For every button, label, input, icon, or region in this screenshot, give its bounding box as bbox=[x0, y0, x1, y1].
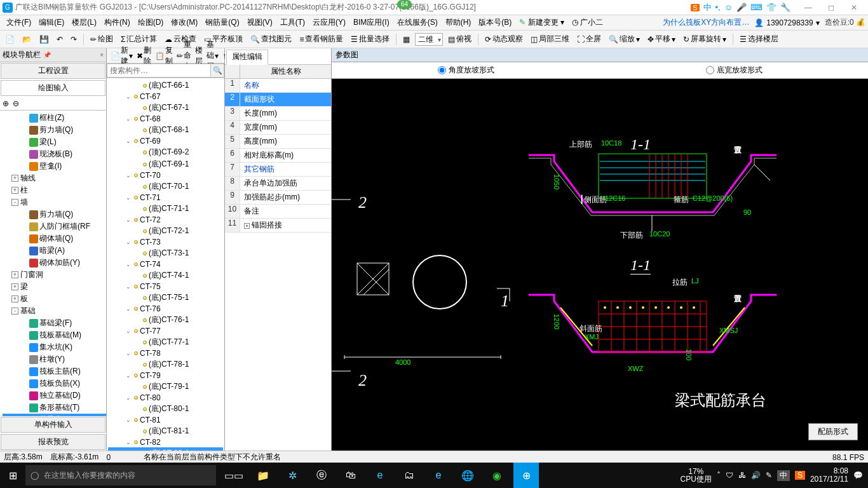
nav-node[interactable]: 筏板主筋(R) bbox=[3, 365, 106, 377]
tray-net-icon[interactable]: 🖧 bbox=[738, 471, 746, 480]
nav-node[interactable]: 独立基础(D) bbox=[3, 390, 106, 402]
menu-10[interactable]: BIM应用(I) bbox=[349, 17, 393, 28]
comp-node[interactable]: ⌄CT-71 bbox=[108, 193, 223, 203]
rebar-form-button[interactable]: 配筋形式 bbox=[808, 423, 858, 440]
comp-node[interactable]: (底)CT-72-1 bbox=[108, 225, 223, 237]
menu-6[interactable]: 钢筋量(Q) bbox=[201, 17, 243, 28]
comp-node[interactable]: ⌄CT-80 bbox=[108, 393, 223, 403]
nav-node[interactable]: 人防门框墙(RF bbox=[3, 220, 106, 233]
comp-node[interactable]: (底)CT-70-1 bbox=[108, 180, 223, 193]
search-button[interactable]: 🔍 bbox=[210, 64, 224, 78]
menu-11[interactable]: 在线服务(S) bbox=[393, 17, 442, 28]
local-3d-button[interactable]: ◫局部三维 bbox=[528, 34, 572, 44]
comp-node[interactable]: ⌄CT-78 bbox=[108, 348, 223, 358]
prop-row[interactable]: 1名称 bbox=[225, 79, 331, 93]
cpu-meter[interactable]: 17%CPU使用 bbox=[681, 468, 712, 483]
nav-node[interactable]: +柱 bbox=[3, 184, 106, 196]
new-change-button[interactable]: ✎ 新建变更 ▾ bbox=[515, 17, 568, 28]
menu-8[interactable]: 工具(T) bbox=[276, 17, 309, 28]
minimize-button[interactable]: — bbox=[797, 1, 820, 14]
comp-node[interactable]: ⌄CT-77 bbox=[108, 326, 223, 336]
dynamic-view-button[interactable]: ⟳动态观察 bbox=[482, 34, 526, 44]
nav-node[interactable]: -墙 bbox=[3, 196, 106, 208]
prop-row[interactable]: 10备注 bbox=[225, 205, 331, 219]
prop-row[interactable]: 9加强筋起步(mm) bbox=[225, 191, 331, 205]
cube-icon[interactable]: ▦ bbox=[400, 35, 412, 44]
property-tab[interactable]: 属性编辑 bbox=[226, 50, 268, 65]
comp-node[interactable]: (底)CT-75-1 bbox=[108, 292, 223, 304]
menu-5[interactable]: 修改(M) bbox=[167, 17, 201, 28]
menu-12[interactable]: 帮助(H) bbox=[442, 17, 475, 28]
bird-view-button[interactable]: ▤俯视 bbox=[445, 34, 474, 44]
tray-shield-icon[interactable]: 🛡 bbox=[726, 471, 733, 480]
comp-node[interactable]: (底)CT-67-1 bbox=[108, 102, 223, 114]
select-floor-button[interactable]: ☰选择楼层 bbox=[737, 34, 781, 44]
user-phone[interactable]: 👤13907298339 ▾ bbox=[754, 18, 819, 27]
comp-node[interactable]: (底)CT-77-1 bbox=[108, 336, 223, 348]
nav-node[interactable]: 筏板基础(M) bbox=[3, 329, 106, 341]
prop-row[interactable]: 6相对底标高(m) bbox=[225, 149, 331, 163]
comp-node[interactable]: ⌄CT-67 bbox=[108, 92, 223, 102]
ie-icon[interactable]: e bbox=[426, 463, 451, 488]
edge-icon[interactable]: ⓔ bbox=[309, 463, 334, 488]
comp-node[interactable]: ⌄CT-76 bbox=[108, 304, 223, 314]
screen-rotate-button[interactable]: ↻屏幕旋转 ▾ bbox=[681, 34, 729, 44]
prop-row[interactable]: 11+锚固搭接 bbox=[225, 219, 331, 233]
tray-pen-icon[interactable]: ✎ bbox=[766, 471, 772, 480]
store-icon[interactable]: 🛍 bbox=[338, 463, 363, 488]
nav-node[interactable]: -基础 bbox=[3, 305, 106, 317]
comp-node[interactable]: ⌄CT-81 bbox=[108, 415, 223, 425]
edge2-icon[interactable]: e bbox=[367, 463, 393, 488]
nav-node[interactable]: +板 bbox=[3, 293, 106, 305]
comp-node[interactable]: ⌄CT-73 bbox=[108, 237, 223, 247]
pin-icon[interactable]: 📌 bbox=[43, 51, 51, 58]
ime-keyboard-icon[interactable]: ⌨ bbox=[750, 3, 763, 12]
comp-node[interactable]: (底)CT-68-1 bbox=[108, 124, 223, 136]
app1-icon[interactable]: ✲ bbox=[280, 463, 305, 488]
menu-2[interactable]: 楼层(L) bbox=[68, 17, 100, 28]
nav-node[interactable]: 剪力墙(Q) bbox=[3, 124, 106, 136]
nav-node[interactable]: 柱墩(Y) bbox=[3, 353, 106, 365]
menu-3[interactable]: 构件(N) bbox=[100, 17, 134, 28]
tray-sogou-icon[interactable]: S bbox=[795, 471, 805, 480]
comp-node[interactable]: ⌄CT-69 bbox=[108, 136, 223, 146]
nav-node[interactable]: +梁 bbox=[3, 281, 106, 293]
menu-4[interactable]: 绘图(D) bbox=[134, 17, 168, 28]
undo-icon[interactable]: ↶ bbox=[54, 35, 65, 44]
nav-node[interactable]: 框柱(Z) bbox=[3, 112, 106, 124]
tray-up-icon[interactable]: ˄ bbox=[717, 471, 721, 480]
tab-single-component[interactable]: 单构件输入 bbox=[1, 417, 105, 433]
why-link[interactable]: 为什么筏板XY方向布置… bbox=[663, 17, 749, 28]
360-icon[interactable]: ◉ bbox=[484, 463, 510, 488]
prop-row[interactable]: 5高度(mm) bbox=[225, 135, 331, 149]
task-view-icon[interactable]: ▭▭ bbox=[221, 463, 247, 488]
comp-node[interactable]: ⌄CT-68 bbox=[108, 114, 223, 124]
nav-node[interactable]: +轴线 bbox=[3, 172, 106, 184]
maximize-button[interactable]: ◻ bbox=[820, 1, 843, 14]
save-icon[interactable]: 💾 bbox=[37, 35, 51, 44]
comp-node[interactable]: (底)CT-81-1 bbox=[108, 425, 223, 437]
folder2-icon[interactable]: 🗂 bbox=[397, 463, 422, 488]
nav-node[interactable]: 现浇板(B) bbox=[3, 148, 106, 160]
view-2d-combo[interactable]: 二维 bbox=[415, 33, 443, 46]
comp-node[interactable]: ⌄CT-82 bbox=[108, 437, 223, 447]
expand-icon[interactable]: ⊕ bbox=[3, 99, 9, 108]
nav-node[interactable]: 集水坑(K) bbox=[3, 341, 106, 353]
collapse-icon[interactable]: ⊖ bbox=[13, 99, 19, 108]
open-file-icon[interactable]: 📂 bbox=[20, 35, 34, 44]
ime-punct-icon[interactable]: •, bbox=[715, 3, 721, 12]
nav-node[interactable]: 筏板负筋(X) bbox=[3, 377, 106, 390]
taskbar-search[interactable]: ◯ 在这里输入你要搜索的内容 bbox=[25, 465, 216, 485]
nav-node[interactable]: 条形基础(T) bbox=[3, 402, 106, 414]
ime-smile-icon[interactable]: ☺ bbox=[724, 3, 733, 12]
comp-node[interactable]: (底)CT-79-1 bbox=[108, 381, 223, 393]
radio-angle-slope[interactable]: 角度放坡形式 bbox=[438, 65, 494, 76]
comp-node[interactable]: (底)CT-78-1 bbox=[108, 358, 223, 370]
prop-row[interactable]: 7其它钢筋 bbox=[225, 163, 331, 177]
comp-node[interactable]: (底)CT-71-1 bbox=[108, 203, 223, 215]
fullscreen-button[interactable]: ⛶全屏 bbox=[574, 34, 604, 44]
nav-node[interactable]: 基础梁(F) bbox=[3, 317, 106, 329]
canvas[interactable]: 2 2 1 4000 1-1 上部筋 10C18 ┃侧面筋 12C16 箍筋 C… bbox=[332, 79, 868, 451]
sum-button[interactable]: Σ 汇总计算 bbox=[118, 34, 159, 44]
tray-ime[interactable]: 中 bbox=[777, 470, 790, 481]
